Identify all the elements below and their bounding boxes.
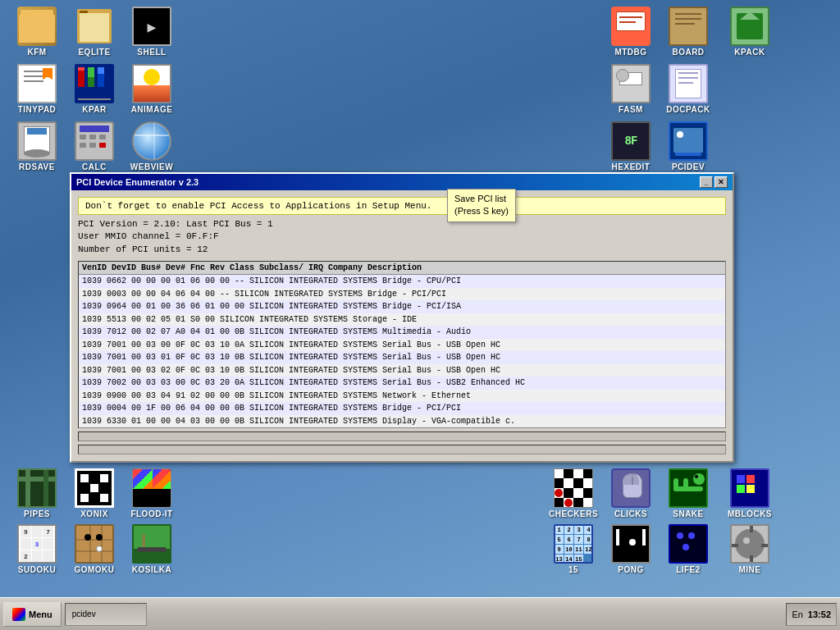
icon-webview[interactable]: WEBVIEW <box>123 121 180 171</box>
table-row: 1039 7002 00 03 03 00 0C 03 20 0A SILICO… <box>79 377 725 390</box>
icon-mine[interactable]: MINE <box>721 524 778 574</box>
icon-kfm[interactable]: KFM <box>8 7 66 57</box>
table-row: 1039 0003 00 00 04 06 04 00 -- SILICON I… <box>79 288 725 301</box>
window-content: Don`t forget to enable PCI Access to App… <box>71 190 733 461</box>
table-header: VenID DevID Bus# Dev# Fnc Rev Class Subc… <box>79 262 725 275</box>
icon-shell[interactable]: ▶ SHELL <box>123 7 180 57</box>
close-button[interactable]: ✕ <box>714 176 728 188</box>
icon-kosilka[interactable]: KOSILKA <box>123 524 180 574</box>
icon-eqlite[interactable]: EQLITE <box>66 7 123 57</box>
table-row: 1039 5513 00 02 05 01 S0 00 SILICON INTE… <box>79 313 725 326</box>
icon-kpar[interactable]: KPAR <box>66 64 123 114</box>
icon-pong[interactable]: PONG <box>602 524 660 574</box>
icon-docpack[interactable]: DOCPACK <box>660 64 717 114</box>
lang-indicator: En <box>792 609 802 619</box>
icon-flood-it[interactable]: FLOOD-IT <box>123 468 180 518</box>
window-titlebar: PCI Device Enumerator v 2.3 _ ✕ <box>71 174 733 190</box>
icon-animage[interactable]: ANIMAGE <box>123 64 180 114</box>
table-body: 1039 0662 00 00 00 01 06 00 00 -- SILICO… <box>79 275 725 427</box>
icon-calc[interactable]: CALC <box>66 121 123 171</box>
start-icon <box>12 608 25 621</box>
icon-rdsave[interactable]: RDSAVE <box>8 121 66 171</box>
table-row: 1039 0004 00 1F 00 06 04 00 00 0B SILICO… <box>79 402 725 415</box>
table-row: 1039 0662 00 00 00 01 06 00 00 -- SILICO… <box>79 275 725 288</box>
window-controls: _ ✕ <box>700 176 728 188</box>
minimize-button[interactable]: _ <box>700 176 713 188</box>
window-title: PCI Device Enumerator v 2.3 <box>76 177 199 187</box>
icon-xonix[interactable]: XONIX <box>66 468 123 518</box>
icon-sudoku[interactable]: 9 7 3 2 SUDOKU <box>8 524 66 574</box>
icon-pipes[interactable]: PIPES <box>8 468 66 518</box>
taskbar: Menu pcidev En 13:52 <box>0 597 840 630</box>
pci-info: PCI Version = 2.10: Last PCI Bus = 1 Use… <box>78 218 726 256</box>
icon-gomoku[interactable]: GOMOKU <box>66 524 123 574</box>
table-row: 1039 6330 01 00 00 04 03 00 00 0B SILICO… <box>79 415 725 428</box>
icon-life2[interactable]: LIFE2 <box>660 524 717 574</box>
icon-kpack[interactable]: KPACK <box>721 7 778 57</box>
icon-pcidev[interactable]: PCIDEV <box>660 121 717 171</box>
system-tray: En 13:52 <box>786 603 837 626</box>
start-button[interactable]: Menu <box>3 602 62 627</box>
icon-clicks[interactable]: CLICKS <box>602 468 660 518</box>
tooltip: Save PCI list (Press S key) <box>447 189 516 222</box>
table-row: 1039 0964 00 01 00 36 06 01 00 00 SILICO… <box>79 300 725 313</box>
table-row: 1039 7001 00 03 02 0F 0C 03 10 0B SILICO… <box>79 364 725 377</box>
table-row: 1039 7001 00 03 01 0F 0C 03 10 0B SILICO… <box>79 351 725 364</box>
pci-table-area: VenID DevID Bus# Dev# Fnc Rev Class Subc… <box>78 261 726 428</box>
taskbar-task-pcidev[interactable]: pcidev <box>65 603 147 626</box>
pci-window: PCI Device Enumerator v 2.3 _ ✕ Don`t fo… <box>70 172 734 463</box>
status-bar-1 <box>78 431 726 441</box>
table-row: 1039 7001 00 03 00 0F 0C 03 10 0A SILICO… <box>79 339 725 352</box>
icon-mtdbg[interactable]: MTDBG <box>602 7 660 57</box>
clock: 13:52 <box>808 609 831 619</box>
status-bars <box>78 431 726 454</box>
status-bar-2 <box>78 445 726 454</box>
icon-mblocks[interactable]: MBLOCKS <box>721 468 778 518</box>
icon-snake[interactable]: SNAKE <box>660 468 717 518</box>
table-row: 1039 7012 00 02 07 A0 04 01 00 0B SILICO… <box>79 326 725 339</box>
icon-15[interactable]: 1 2 3 4 5 6 7 8 9 10 11 12 13 14 15 15 <box>545 524 602 574</box>
icon-hexedit[interactable]: 8F HEXEDIT <box>602 121 660 171</box>
warning-message: Don`t forget to enable PCI Access to App… <box>78 197 726 215</box>
taskbar-right: En 13:52 <box>786 603 837 626</box>
icon-tinypad[interactable]: TINYPAD <box>8 64 66 114</box>
icon-board[interactable]: BOARD <box>660 7 717 57</box>
icon-checkers[interactable]: CHECKERS <box>545 468 602 518</box>
icon-fasm[interactable]: FASM <box>602 64 660 114</box>
table-row: 1039 0900 00 03 04 91 02 00 00 0B SILICO… <box>79 390 725 403</box>
